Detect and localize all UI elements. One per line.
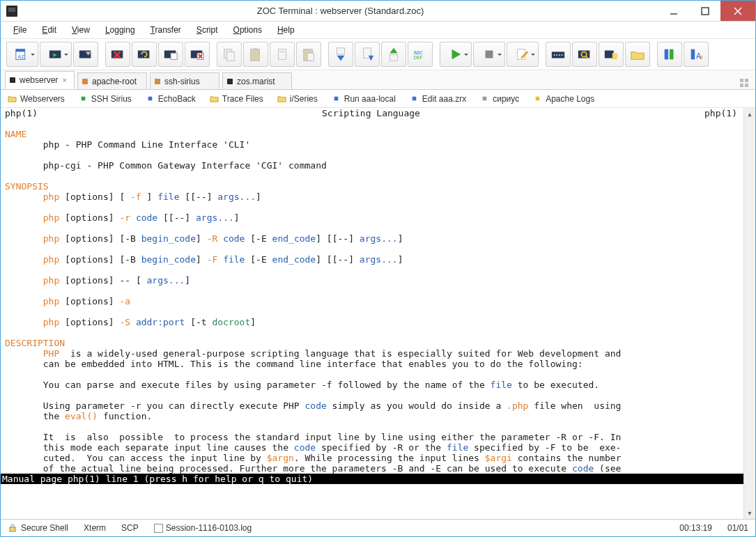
svg-rect-22 xyxy=(226,52,234,61)
runscript-button[interactable] xyxy=(440,42,472,67)
bookmark-bar: Webservers SSH Sirius EchoBack Trace Fil… xyxy=(1,90,755,108)
disconnect-button[interactable] xyxy=(105,42,130,67)
bookmark-ssh-sirius[interactable]: SSH Sirius xyxy=(79,94,132,104)
tabbar: webserver× apache-root ssh-sirius zos.ma… xyxy=(1,70,755,90)
abcdef-button[interactable]: ABCDEF xyxy=(408,42,433,67)
scroll-down-icon[interactable]: ▾ xyxy=(744,507,755,519)
svg-rect-60 xyxy=(82,97,86,101)
bookmark-label: Trace Files xyxy=(222,94,263,104)
svg-rect-41 xyxy=(552,52,564,58)
menu-help[interactable]: Help xyxy=(270,24,302,36)
tab-webserver[interactable]: webserver× xyxy=(5,71,75,89)
tab-label: apache-root xyxy=(92,77,137,86)
bookmark-label: Run aaa-local xyxy=(344,94,396,104)
bookmark-echoback[interactable]: EchoBack xyxy=(146,94,196,104)
bookmark-sirius-ru[interactable]: сириус xyxy=(480,94,519,104)
tab-grid-icon[interactable] xyxy=(740,79,748,89)
scrollback-button[interactable] xyxy=(599,42,624,67)
hostdir-button[interactable]: AZ xyxy=(6,42,38,67)
dot-icon xyxy=(79,94,88,103)
menu-script[interactable]: Script xyxy=(190,24,225,36)
statusbar: Secure Shell Xterm SCP Session-1116-0103… xyxy=(1,519,755,536)
editscript-button[interactable] xyxy=(507,42,539,67)
scrollbar[interactable]: ▴ ▾ xyxy=(743,108,755,519)
minimize-button[interactable] xyxy=(658,1,689,21)
svg-rect-64 xyxy=(483,97,487,101)
openfolder-button[interactable] xyxy=(625,42,650,67)
profile-button[interactable] xyxy=(158,42,183,67)
toolbar: AZ ABCDEF AB xyxy=(1,38,755,70)
maximize-button[interactable] xyxy=(689,1,720,21)
status-logfile[interactable]: Session-1116-0103.log xyxy=(154,523,252,533)
reconnect-button[interactable] xyxy=(132,42,157,67)
quickconnect-button[interactable] xyxy=(40,42,72,67)
pastefile-button[interactable] xyxy=(296,42,321,67)
svg-rect-25 xyxy=(279,49,286,60)
scroll-track[interactable] xyxy=(744,120,755,507)
svg-rect-51 xyxy=(665,49,669,60)
svg-rect-59 xyxy=(745,84,748,87)
bookmark-edit-aaa-zrx[interactable]: Edit aaa.zrx xyxy=(410,94,466,104)
menu-edit[interactable]: Edit xyxy=(35,24,63,36)
tab-ssh-sirius[interactable]: ssh-sirius xyxy=(150,72,219,89)
newconnect-button[interactable] xyxy=(73,42,98,67)
paste-button[interactable] xyxy=(243,42,268,67)
colors-button[interactable] xyxy=(657,42,682,67)
fontab-button[interactable]: AB xyxy=(684,42,709,67)
status-conn-label: Secure Shell xyxy=(21,523,68,533)
status-position: 01/01 xyxy=(727,523,748,533)
svg-text:DEF: DEF xyxy=(414,55,423,60)
svg-rect-53 xyxy=(691,49,695,60)
bookmark-iseries[interactable]: i/Series xyxy=(277,94,318,104)
folder-icon xyxy=(277,94,286,103)
svg-rect-56 xyxy=(740,79,743,82)
manpage-header: php(1) Scripting Language php(1) xyxy=(1,108,755,118)
log-checkbox[interactable] xyxy=(154,524,163,533)
status-emulation[interactable]: Xterm xyxy=(84,523,106,533)
closeprofile-button[interactable] xyxy=(185,42,210,67)
copyfile-button[interactable] xyxy=(270,42,295,67)
tab-apache-root[interactable]: apache-root xyxy=(77,72,147,89)
tab-icon xyxy=(155,79,160,84)
app-icon xyxy=(6,6,17,17)
section-name-heading: NAME php - PHP Command Line Interface 'C… xyxy=(5,129,621,474)
sendtext-button[interactable] xyxy=(355,42,380,67)
tab-close-icon[interactable]: × xyxy=(63,76,67,84)
svg-point-44 xyxy=(559,54,560,56)
dot-icon xyxy=(480,94,489,103)
menu-view[interactable]: View xyxy=(65,24,97,36)
status-connection[interactable]: Secure Shell xyxy=(8,523,68,533)
copy-button[interactable] xyxy=(217,42,242,67)
bookmark-webservers[interactable]: Webservers xyxy=(8,94,65,104)
tab-zos-marist[interactable]: zos.marist xyxy=(222,72,292,89)
bookmark-tracefiles[interactable]: Trace Files xyxy=(210,94,263,104)
tab-label: ssh-sirius xyxy=(164,77,200,86)
header-right: php(1) xyxy=(704,108,737,118)
tab-label: zos.marist xyxy=(237,77,275,86)
menu-options[interactable]: Options xyxy=(226,24,269,36)
menu-logging[interactable]: Logging xyxy=(98,24,142,36)
find-button[interactable] xyxy=(572,42,597,67)
dot-icon xyxy=(332,94,341,103)
bookmark-run-aaa-local[interactable]: Run aaa-local xyxy=(332,94,396,104)
dot-icon xyxy=(146,94,155,103)
svg-marker-37 xyxy=(452,49,461,60)
svg-rect-23 xyxy=(251,49,260,61)
bookmark-apache-logs[interactable]: Apache Logs xyxy=(533,94,594,104)
svg-rect-28 xyxy=(307,53,314,61)
menu-file[interactable]: File xyxy=(6,24,33,36)
close-button[interactable] xyxy=(720,1,755,21)
svg-point-45 xyxy=(562,54,563,56)
terminal-view[interactable]: ▴ ▾ php(1) Scripting Language php(1) NAM… xyxy=(1,108,755,519)
keyboard-button[interactable] xyxy=(546,42,571,67)
header-left: php(1) xyxy=(5,108,38,118)
svg-text:AZ: AZ xyxy=(18,54,25,60)
status-transfer[interactable]: SCP xyxy=(121,523,139,533)
scroll-up-icon[interactable]: ▴ xyxy=(744,108,755,120)
stopscript-button[interactable] xyxy=(473,42,505,67)
svg-marker-33 xyxy=(390,48,398,53)
menu-transfer[interactable]: Transfer xyxy=(144,24,188,36)
bookmark-label: i/Series xyxy=(290,94,318,104)
upload-button[interactable] xyxy=(381,42,406,67)
download-button[interactable] xyxy=(328,42,353,67)
